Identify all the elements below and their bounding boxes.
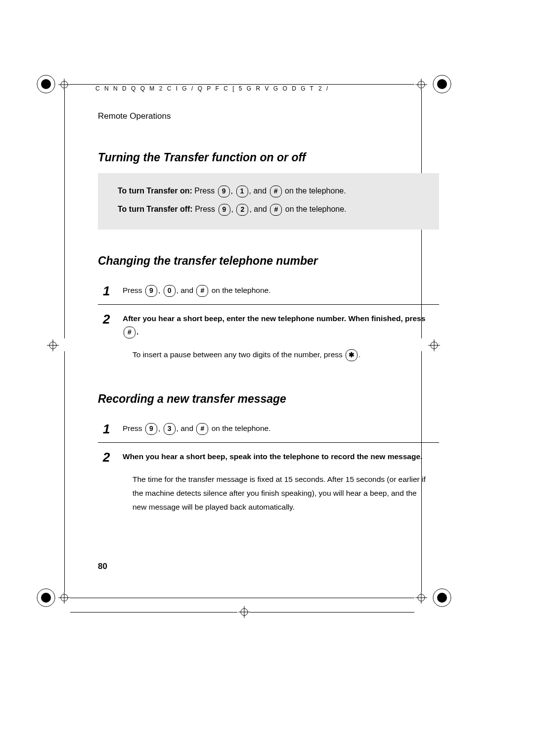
key-3: 3 xyxy=(164,423,176,435)
text: Press xyxy=(123,424,144,432)
step-note-text: The time for the transfer message is fix… xyxy=(123,472,429,514)
key-hash: # xyxy=(270,204,282,216)
transfer-off-label: To turn Transfer off: xyxy=(118,205,193,213)
crosshair-icon xyxy=(58,592,70,604)
text: Press xyxy=(192,187,217,195)
key-hash: # xyxy=(124,327,135,338)
registration-mark-icon xyxy=(36,74,56,94)
crosshair-icon xyxy=(47,339,59,351)
svg-point-5 xyxy=(41,593,51,603)
crop-line xyxy=(70,598,414,598)
svg-point-3 xyxy=(437,79,447,89)
crop-line xyxy=(70,612,237,613)
text: , and xyxy=(249,187,269,195)
text: . xyxy=(358,350,360,359)
text: on the telephone. xyxy=(209,286,270,294)
text: , and xyxy=(177,424,196,432)
text: , xyxy=(231,205,236,213)
crosshair-icon xyxy=(238,606,250,618)
registration-mark-icon xyxy=(432,74,452,94)
crop-line xyxy=(64,351,65,592)
text: , and xyxy=(177,286,196,294)
text: , and xyxy=(249,205,269,213)
text: Press xyxy=(123,286,144,294)
crosshair-icon xyxy=(58,79,70,91)
key-hash: # xyxy=(270,186,282,197)
section-title-change-number: Changing the transfer telephone number xyxy=(98,254,439,268)
text: , xyxy=(158,286,163,294)
transfer-on-label: To turn Transfer on: xyxy=(118,187,192,195)
step-note-text: To insert a pause between any two digits… xyxy=(133,350,345,359)
step-number: 1 xyxy=(103,422,123,435)
text: . xyxy=(136,328,138,336)
step-row: 1 Press 9, 0, and # on the telephone. xyxy=(98,277,439,305)
header-code-left: C N N D Q Q M 2 C I G / Q P F C [ 5 G R … xyxy=(95,85,315,92)
text: on the telephone. xyxy=(283,187,346,195)
section-title-record-message: Recording a new transfer message xyxy=(98,392,439,406)
change-number-steps: 1 Press 9, 0, and # on the telephone. 2 … xyxy=(98,277,439,369)
step-row: 1 Press 9, 3, and # on the telephone. xyxy=(98,415,439,443)
key-star: ✱ xyxy=(346,349,357,361)
registration-mark-icon xyxy=(432,588,452,608)
key-hash: # xyxy=(196,423,208,435)
crop-line xyxy=(70,84,414,85)
record-message-steps: 1 Press 9, 3, and # on the telephone. 2 … xyxy=(98,415,439,521)
step-instruction: When you hear a short beep, speak into t… xyxy=(123,452,422,461)
key-1: 1 xyxy=(236,186,248,197)
crop-line xyxy=(250,612,414,613)
text: , xyxy=(158,424,163,432)
key-9: 9 xyxy=(219,204,230,216)
transfer-onoff-box: To turn Transfer on: Press 9, 1, and # o… xyxy=(98,173,439,230)
key-9: 9 xyxy=(145,423,157,435)
registration-mark-icon xyxy=(36,588,56,608)
crosshair-icon xyxy=(415,79,427,91)
step-number: 2 xyxy=(103,312,123,326)
step-instruction: After you hear a short beep, enter the n… xyxy=(123,314,425,323)
breadcrumb: Remote Operations xyxy=(98,111,439,121)
section-title-transfer-onoff: Turning the Transfer function on or off xyxy=(98,151,439,164)
svg-point-7 xyxy=(437,593,447,603)
key-2: 2 xyxy=(236,204,248,216)
text: on the telephone. xyxy=(283,205,346,213)
step-row: 2 When you hear a short beep, speak into… xyxy=(98,443,439,521)
key-9: 9 xyxy=(145,285,157,297)
step-row: 2 After you hear a short beep, enter the… xyxy=(98,305,439,369)
text: , xyxy=(231,187,235,195)
step-number: 1 xyxy=(103,284,123,297)
page-number: 80 xyxy=(98,562,107,571)
text: on the telephone. xyxy=(209,424,270,432)
key-hash: # xyxy=(196,285,208,297)
header-code-right: 2 / xyxy=(318,85,329,92)
key-9: 9 xyxy=(218,186,230,197)
crop-line xyxy=(64,90,65,338)
svg-point-1 xyxy=(41,79,51,89)
crosshair-icon xyxy=(415,592,427,604)
step-number: 2 xyxy=(103,450,123,464)
text: Press xyxy=(193,205,218,213)
key-0: 0 xyxy=(164,285,176,297)
